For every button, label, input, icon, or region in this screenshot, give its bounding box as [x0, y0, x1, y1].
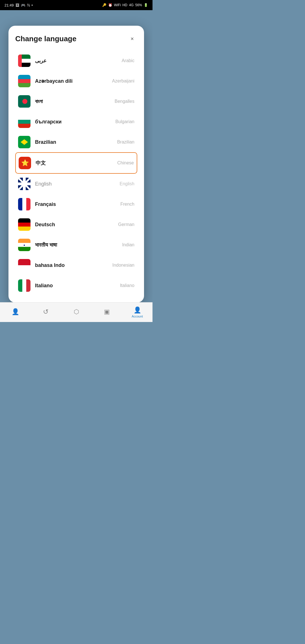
lang-english-brazilian: Brazilian: [117, 140, 134, 145]
nav-item-user[interactable]: 👤: [0, 308, 30, 316]
lang-native-french: Français: [35, 201, 120, 207]
game-icon: 🎮: [21, 3, 25, 7]
nav-item-account[interactable]: 👤 Account: [122, 306, 152, 318]
user-icon: 👤: [12, 308, 19, 316]
status-bar-left: 21:49 🖼 🎮 ℕ •: [5, 3, 33, 7]
flag-de-icon: [18, 218, 30, 231]
photo-icon: 🖼: [16, 3, 19, 7]
lang-native-english: English: [35, 181, 120, 187]
nav-item-hex[interactable]: ⬡: [61, 308, 91, 316]
modal-header: Change language ×: [15, 34, 137, 44]
lang-english-german: German: [118, 222, 134, 227]
hex-icon: ⬡: [74, 308, 79, 316]
dot-indicator: •: [32, 3, 33, 7]
battery-level: 56%: [135, 3, 142, 7]
close-button[interactable]: ×: [127, 34, 137, 44]
language-item-brazilian[interactable]: Brazilian Brazilian: [15, 132, 137, 152]
flag-fr-icon: [18, 198, 30, 210]
time: 21:49: [5, 3, 14, 7]
modal-title: Change language: [15, 34, 77, 43]
refresh-icon: ↺: [43, 308, 49, 316]
language-item-japanese[interactable]: 日本語 Japanese: [15, 296, 137, 303]
flag-bg-icon: [18, 116, 30, 128]
status-bar: 21:49 🖼 🎮 ℕ • 🔑 ⏰ WiFi HD 4G 56% 🔋: [0, 0, 152, 10]
lang-native-chinese: 中文: [36, 160, 117, 166]
lang-native-azerbaijani: Azərbaycan dili: [35, 78, 112, 84]
lang-native-arabic: عربى: [35, 58, 122, 64]
lang-english-chinese: Chinese: [117, 160, 134, 166]
flag-id-icon: [18, 259, 30, 271]
lang-native-bengali: বাংলা: [35, 99, 115, 105]
lang-english-bengali: Bengalles: [115, 99, 134, 104]
flag-bd-icon: [18, 95, 30, 108]
key-icon: 🔑: [102, 3, 106, 7]
signal-icon: 4G: [129, 3, 134, 7]
account-icon: 👤: [134, 306, 141, 314]
wallet-icon: ▣: [104, 308, 110, 316]
wifi-icon: WiFi: [114, 3, 121, 7]
language-list: عربى Arabic Azərbaycan dili Azerbaijani …: [15, 51, 137, 303]
nav-label-account: Account: [132, 315, 143, 318]
language-item-bulgarian[interactable]: български Bulgarian: [15, 112, 137, 132]
flag-gb-icon: [18, 178, 30, 190]
language-item-french[interactable]: Français French: [15, 194, 137, 214]
lang-native-bulgarian: български: [35, 119, 115, 125]
language-item-german[interactable]: Deutsch German: [15, 214, 137, 235]
lang-english-azerbaijani: Azerbaijani: [112, 79, 134, 84]
flag-it-icon: [18, 279, 30, 292]
flag-cn-icon: ⭐: [19, 157, 31, 169]
nav-item-wallet[interactable]: ▣: [91, 308, 122, 316]
lang-native-german: Deutsch: [35, 222, 118, 228]
language-item-english[interactable]: English English: [15, 174, 137, 194]
modal-overlay: Change language × عربى Arabic Azərbaycan…: [0, 10, 152, 322]
lang-english-arabic: Arabic: [122, 58, 134, 63]
lang-english-bulgarian: Bulgarian: [115, 119, 134, 124]
lang-english-indonesian: Indonesian: [112, 263, 134, 268]
status-bar-right: 🔑 ⏰ WiFi HD 4G 56% 🔋: [102, 3, 148, 7]
lang-native-indonesian: bahasa Indo: [35, 262, 112, 268]
bottom-nav: 👤 ↺ ⬡ ▣ 👤 Account: [0, 302, 152, 322]
battery-icon: 🔋: [144, 3, 148, 7]
nav-item-refresh[interactable]: ↺: [30, 308, 61, 317]
lang-native-indian: भारतीय भाषा: [35, 242, 122, 248]
lang-english-indian: Indian: [122, 242, 134, 247]
language-item-italian[interactable]: Italiano Italiano: [15, 275, 137, 296]
language-item-bengali[interactable]: বাংলা Bengalles: [15, 91, 137, 112]
language-item-indonesian[interactable]: bahasa Indo Indonesian: [15, 255, 137, 275]
flag-in-icon: [18, 239, 30, 251]
lang-native-brazilian: Brazilian: [35, 139, 117, 145]
language-item-arabic[interactable]: عربى Arabic: [15, 51, 137, 71]
lang-english-french: French: [120, 202, 134, 207]
lang-english-italian: Italiano: [120, 283, 134, 288]
lang-native-italian: Italiano: [35, 283, 120, 289]
flag-az-icon: [18, 75, 30, 87]
hd-icon: HD: [123, 3, 127, 7]
alarm-icon: ⏰: [108, 3, 112, 7]
lang-english-english: English: [120, 181, 134, 186]
language-item-chinese[interactable]: ⭐ 中文 Chinese: [15, 152, 137, 174]
app-icon: ℕ: [27, 3, 30, 7]
change-language-modal: Change language × عربى Arabic Azərbaycan…: [8, 26, 144, 303]
flag-br-icon: [18, 136, 30, 148]
language-item-indian[interactable]: भारतीय भाषा Indian: [15, 235, 137, 255]
language-item-azerbaijani[interactable]: Azərbaycan dili Azerbaijani: [15, 71, 137, 91]
flag-uae-icon: [18, 55, 30, 67]
